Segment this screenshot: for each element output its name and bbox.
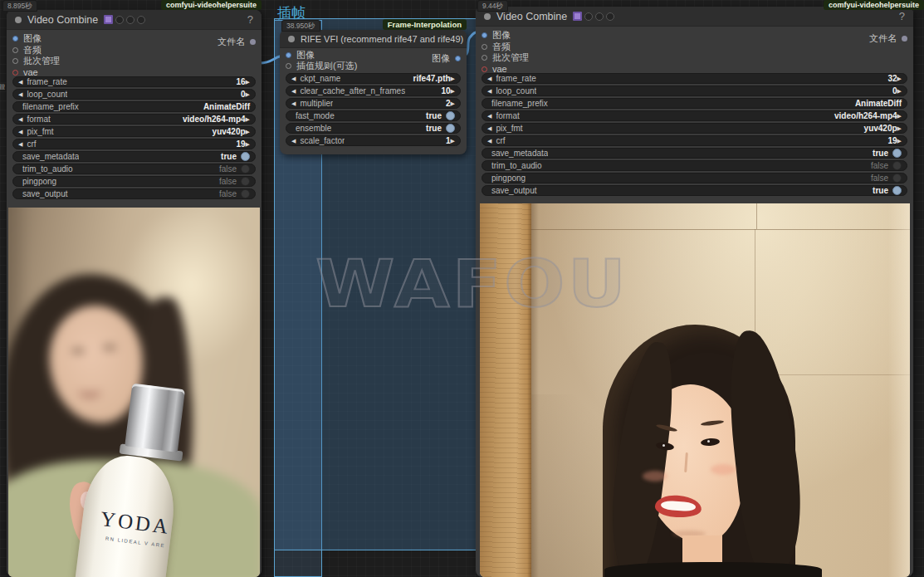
video-combine-node-right[interactable]: 9.44秒 comfyui-videohelpersuite Video Com… <box>476 7 913 577</box>
badge-circle-icon <box>137 16 145 24</box>
increment-icon[interactable]: ▶ <box>451 138 455 144</box>
increment-icon[interactable]: ▶ <box>246 91 250 97</box>
prev-option-icon[interactable]: ◀ <box>487 113 491 119</box>
plugin-badge: comfyui-videohelpersuite <box>824 0 924 10</box>
input-pin-image[interactable] <box>12 36 18 42</box>
decrement-icon[interactable]: ◀ <box>291 138 296 144</box>
input-pin-vae[interactable] <box>12 70 18 76</box>
widget-save-metadata[interactable]: save_metadatatrue <box>12 151 256 162</box>
frame-interpolation-badge: Frame-Interpolation <box>383 19 467 30</box>
widget-trim-to-audio[interactable]: trim_to_audiofalse <box>482 160 907 171</box>
widget-filename-prefix[interactable]: filename_prefixAnimateDiff <box>482 98 907 109</box>
increment-icon[interactable]: ▶ <box>897 76 902 81</box>
decrement-icon[interactable]: ◀ <box>291 88 296 94</box>
widget-save-output[interactable]: save_outputtrue <box>482 185 907 196</box>
toggle-knob[interactable] <box>241 164 250 174</box>
node-body: 图像 音频 批次管理 vae 文件名 ◀frame_rate32▶ ◀loop_… <box>476 27 913 577</box>
increment-icon[interactable]: ▶ <box>897 88 902 94</box>
help-icon[interactable]: ? <box>899 10 905 22</box>
widget-fast-mode[interactable]: fast_modetrue <box>286 110 461 121</box>
toggle-knob[interactable] <box>892 161 902 170</box>
widget-pix-fmt[interactable]: ◀pix_fmtyuv420p▶ <box>482 123 907 134</box>
widget-pix-fmt[interactable]: ◀pix_fmtyuv420p▶ <box>12 126 256 137</box>
prev-option-icon[interactable]: ◀ <box>487 125 491 131</box>
wood-panel <box>480 203 531 577</box>
next-option-icon[interactable]: ▶ <box>897 113 902 119</box>
node-title-bar[interactable]: RIFE VFI (recommend rife47 and rife49) <box>280 30 467 48</box>
decrement-icon[interactable]: ◀ <box>487 76 491 81</box>
increment-icon[interactable]: ▶ <box>451 100 455 106</box>
toggle-knob[interactable] <box>241 152 250 161</box>
badge-circle-icon <box>595 12 604 21</box>
collapse-dot-icon[interactable] <box>15 17 22 23</box>
node-title-bar[interactable]: Video Combine ? <box>7 10 262 30</box>
prev-option-icon[interactable]: ◀ <box>18 129 22 134</box>
widget-pingpong[interactable]: pingpongfalse <box>482 173 907 183</box>
widget-pingpong[interactable]: pingpongfalse <box>12 176 256 187</box>
widget-crf[interactable]: ◀crf19▶ <box>12 139 256 149</box>
output-pin-filenames[interactable] <box>902 36 907 42</box>
plugin-badge: comfyui-videohelpersuite <box>161 0 262 10</box>
execution-time-badge: 8.895秒 <box>2 0 37 12</box>
decrement-icon[interactable]: ◀ <box>18 141 22 147</box>
widget-loop-count[interactable]: ◀loop_count0▶ <box>482 86 907 96</box>
widget-scale-factor[interactable]: ◀scale_factor1▶ <box>286 135 461 146</box>
toggle-knob[interactable] <box>892 174 902 183</box>
widget-save-output[interactable]: save_outputfalse <box>12 188 256 199</box>
decrement-icon[interactable]: ◀ <box>291 100 296 106</box>
widget-frame-rate[interactable]: ◀frame_rate16▶ <box>12 76 256 87</box>
next-option-icon[interactable]: ▶ <box>451 76 455 81</box>
node-body: 图像 插值规则(可选) 图像 ◀ckpt_namerife47.pth▶ ◀cl… <box>280 48 467 154</box>
toggle-knob[interactable] <box>446 124 455 133</box>
node-canvas[interactable]: 插帧 ≋ 8.895秒 comfyui-videohelpersuite Vid… <box>0 0 924 577</box>
widget-multiplier[interactable]: ◀multiplier2▶ <box>286 98 461 109</box>
input-label: 批次管理 <box>23 55 60 67</box>
rife-vfi-node[interactable]: 38.950秒 Frame-Interpolation RIFE VFI (re… <box>280 30 467 154</box>
collapse-dot-icon[interactable] <box>484 13 491 20</box>
widget-format[interactable]: ◀formatvideo/h264-mp4▶ <box>12 114 256 125</box>
input-pin-audio[interactable] <box>12 47 18 53</box>
input-pin-batch-manager[interactable] <box>12 58 18 64</box>
widget-crf[interactable]: ◀crf19▶ <box>482 135 907 146</box>
toggle-knob[interactable] <box>446 111 455 120</box>
widget-frame-rate[interactable]: ◀frame_rate32▶ <box>482 73 907 84</box>
input-pin-image[interactable] <box>286 52 291 58</box>
next-option-icon[interactable]: ▶ <box>897 125 902 131</box>
next-option-icon[interactable]: ▶ <box>246 129 250 134</box>
toggle-knob[interactable] <box>892 186 902 195</box>
badge-circle-icon <box>115 16 124 24</box>
prev-option-icon[interactable]: ◀ <box>291 76 296 81</box>
increment-icon[interactable]: ▶ <box>246 79 250 85</box>
output-pin-filenames[interactable] <box>250 39 256 45</box>
toggle-knob[interactable] <box>241 189 250 198</box>
input-pin-interp-states[interactable] <box>286 63 291 69</box>
widget-format[interactable]: ◀formatvideo/h264-mp4▶ <box>482 110 907 121</box>
output-label: 图像 <box>432 52 450 65</box>
decrement-icon[interactable]: ◀ <box>18 79 22 85</box>
decrement-icon[interactable]: ◀ <box>487 88 491 94</box>
widget-ckpt-name[interactable]: ◀ckpt_namerife47.pth▶ <box>286 73 461 84</box>
input-pin-batch-manager[interactable] <box>482 55 487 61</box>
toggle-knob[interactable] <box>892 149 902 158</box>
help-icon[interactable]: ? <box>247 13 253 26</box>
output-pin-image[interactable] <box>455 56 461 61</box>
collapse-dot-icon[interactable] <box>288 36 295 42</box>
widget-clear-cache-after-n-frames[interactable]: ◀clear_cache_after_n_frames10▶ <box>286 86 461 96</box>
input-pin-image[interactable] <box>482 32 487 38</box>
input-pin-vae[interactable] <box>482 66 487 72</box>
widget-trim-to-audio[interactable]: trim_to_audiofalse <box>12 164 256 174</box>
prev-option-icon[interactable]: ◀ <box>18 116 22 122</box>
increment-icon[interactable]: ▶ <box>897 138 902 144</box>
decrement-icon[interactable]: ◀ <box>18 91 22 97</box>
toggle-knob[interactable] <box>241 177 250 186</box>
video-combine-node-left[interactable]: 8.895秒 comfyui-videohelpersuite Video Co… <box>7 10 262 577</box>
increment-icon[interactable]: ▶ <box>451 88 455 94</box>
widget-loop-count[interactable]: ◀loop_count0▶ <box>12 89 256 100</box>
input-pin-audio[interactable] <box>482 44 487 50</box>
next-option-icon[interactable]: ▶ <box>246 116 250 122</box>
widget-ensemble[interactable]: ensembletrue <box>286 123 461 134</box>
increment-icon[interactable]: ▶ <box>246 141 250 147</box>
widget-save-metadata[interactable]: save_metadatatrue <box>482 148 907 159</box>
decrement-icon[interactable]: ◀ <box>487 138 491 144</box>
widget-filename-prefix[interactable]: filename_prefixAnimateDiff <box>12 101 256 112</box>
